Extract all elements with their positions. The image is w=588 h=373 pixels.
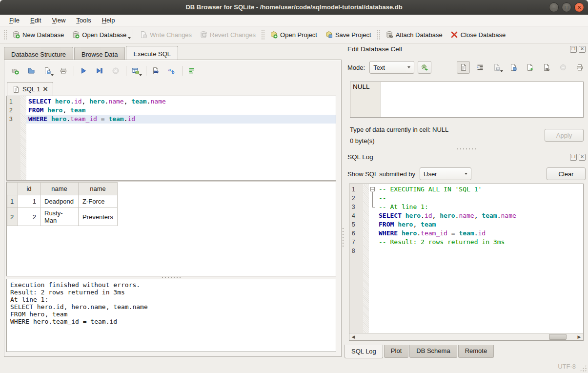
export-results-button[interactable]: [129, 64, 142, 77]
open-project-label: Open Project: [280, 31, 317, 39]
revert-changes-button[interactable]: Revert Changes: [196, 29, 260, 41]
toolbar-drag-handle[interactable]: [377, 29, 380, 40]
resize-grip[interactable]: [580, 365, 587, 372]
chevron-down-icon[interactable]: [139, 74, 142, 76]
cell-editor-area[interactable]: NULL: [350, 82, 584, 118]
scroll-left-icon[interactable]: ◀: [349, 333, 357, 340]
chevron-down-icon[interactable]: [128, 37, 131, 39]
cell-word-wrap-button[interactable]: [473, 61, 487, 74]
toolbar-drag-handle[interactable]: [261, 29, 264, 40]
log-filter-select[interactable]: User: [420, 167, 471, 180]
sql-editor[interactable]: 1SELECT hero.id, hero.name, team.name2FR…: [6, 96, 336, 181]
row-header[interactable]: 1: [7, 195, 18, 208]
row-header[interactable]: 2: [7, 208, 18, 226]
new-database-button[interactable]: New Database: [8, 29, 68, 41]
menu-view[interactable]: View: [47, 16, 70, 25]
line-number: 7: [349, 238, 363, 247]
scrollbar-thumb[interactable]: [549, 334, 567, 340]
float-dock-icon[interactable]: ❐: [570, 154, 577, 161]
table-cell[interactable]: Preventers: [79, 208, 118, 226]
apply-button[interactable]: Apply: [545, 129, 584, 142]
fold-box-icon[interactable]: [369, 185, 377, 194]
table-row[interactable]: 22Rusty-ManPreventers: [7, 208, 118, 226]
corner-header[interactable]: [7, 183, 18, 195]
table-cell[interactable]: Z-Force: [79, 195, 118, 208]
tab-database-structure[interactable]: Database Structure: [4, 47, 73, 60]
sql-log-view[interactable]: 1-- EXECUTING ALL IN 'SQL 1'2--3-- At li…: [349, 184, 584, 341]
close-database-button[interactable]: Close Database: [446, 29, 510, 41]
open-sql-file-button[interactable]: [25, 64, 38, 77]
tab-browse-data[interactable]: Browse Data: [74, 47, 125, 60]
table-row[interactable]: 11DeadpondZ-Force: [7, 195, 118, 208]
execute-all-button[interactable]: [77, 64, 90, 77]
close-sql-tab-icon[interactable]: ✕: [42, 85, 48, 93]
table-cell[interactable]: Rusty-Man: [41, 208, 79, 226]
menu-help[interactable]: Help: [98, 16, 120, 25]
toggle-word-wrap-button[interactable]: [185, 64, 198, 77]
attach-database-button[interactable]: Attach Database: [382, 29, 446, 41]
dock-splitter[interactable]: [456, 148, 476, 150]
close-dock-icon[interactable]: ✕: [579, 154, 586, 161]
open-database-button[interactable]: Open Database: [68, 29, 130, 41]
find-replace-button[interactable]: ab: [165, 64, 178, 77]
bottom-tab-remote[interactable]: Remote: [458, 345, 494, 358]
encoding-status: UTF-8: [558, 363, 576, 370]
bottom-tab-db-schema[interactable]: DB Schema: [409, 345, 457, 358]
cell-editor-blank[interactable]: [381, 82, 583, 117]
log-horizontal-scrollbar[interactable]: ◀ ▶: [349, 333, 583, 340]
cell-save-button[interactable]: [490, 61, 503, 74]
write-changes-button[interactable]: Write Changes: [136, 29, 196, 41]
titlebar[interactable]: DB Browser for SQLite - /home/user/code/…: [0, 0, 588, 15]
line-number: 4: [349, 211, 363, 220]
chevron-down-icon[interactable]: [51, 74, 54, 76]
table-cell[interactable]: Deadpond: [41, 195, 79, 208]
column-header-name[interactable]: name: [41, 183, 79, 195]
cell-print-button[interactable]: [573, 61, 586, 74]
column-header-name[interactable]: name: [79, 183, 118, 195]
stop-execution-button[interactable]: [109, 64, 122, 77]
chevron-down-icon[interactable]: [500, 70, 503, 72]
new-sql-tab-button[interactable]: [9, 64, 21, 77]
code-line: 7-- Result: 2 rows returned in 3ms: [349, 238, 583, 247]
sql-document-tab[interactable]: SQL 1 ✕: [7, 82, 53, 96]
cell-save-icon: [493, 63, 501, 71]
table-cell[interactable]: 1: [18, 195, 41, 208]
table-cell[interactable]: 2: [18, 208, 41, 226]
cell-set-null-button[interactable]: [556, 61, 569, 74]
vertical-splitter[interactable]: [342, 227, 344, 247]
print-sql-button[interactable]: [57, 64, 70, 77]
save-sql-file-button[interactable]: [41, 64, 54, 77]
close-dock-icon[interactable]: ✕: [579, 46, 586, 53]
cell-size-text: 0 byte(s): [350, 137, 375, 145]
float-dock-icon[interactable]: ❐: [570, 46, 577, 53]
bottom-tab-sql-log[interactable]: SQL Log: [345, 345, 383, 358]
cell-mode-select[interactable]: Text: [369, 61, 414, 74]
tab-execute-sql[interactable]: Execute SQL: [126, 46, 178, 60]
save-project-button[interactable]: Save Project: [321, 29, 375, 41]
minimize-icon[interactable]: –: [549, 2, 559, 12]
execute-line-button[interactable]: [93, 64, 106, 77]
cell-export-button[interactable]: [523, 61, 536, 74]
code-text: --: [377, 194, 583, 203]
cell-copy-link-button[interactable]: [540, 61, 553, 74]
results-grid[interactable]: idnamename11DeadpondZ-Force22Rusty-ManPr…: [6, 182, 336, 276]
menu-tools[interactable]: Tools: [72, 16, 95, 25]
open-project-button[interactable]: Open Project: [266, 29, 321, 41]
sql-editor-toolbar: ab: [9, 64, 202, 77]
cell-apply-format-button[interactable]: [418, 61, 431, 74]
column-header-id[interactable]: id: [18, 183, 41, 195]
clear-log-button[interactable]: Clear: [547, 167, 586, 180]
code-text: -- At line 1:: [377, 203, 583, 211]
horizontal-splitter[interactable]: [161, 276, 181, 278]
cell-text-view-button[interactable]: [457, 61, 470, 74]
maximize-icon[interactable]: □: [562, 2, 571, 12]
close-icon[interactable]: ✕: [574, 2, 584, 12]
toolbar-drag-handle[interactable]: [3, 29, 7, 40]
menu-file[interactable]: File: [5, 16, 24, 25]
bottom-tab-plot[interactable]: Plot: [384, 345, 408, 358]
find-in-sql-button[interactable]: [149, 64, 162, 77]
menu-edit[interactable]: Edit: [26, 16, 45, 25]
scroll-right-icon[interactable]: ▶: [575, 333, 583, 340]
fold-margin: [363, 229, 369, 238]
cell-import-button[interactable]: [507, 61, 520, 74]
